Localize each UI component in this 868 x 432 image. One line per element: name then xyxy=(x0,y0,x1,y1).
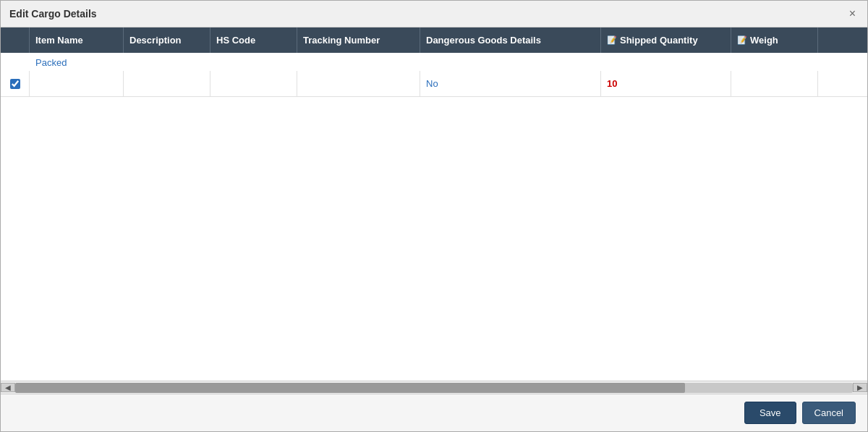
scroll-right-button[interactable]: ▶ xyxy=(853,383,867,392)
th-shipped-quantity: 📝 Shipped Quantity xyxy=(601,27,731,53)
td-description xyxy=(124,71,210,96)
checkbox-header-cell xyxy=(1,27,30,53)
td-dangerous-goods: No xyxy=(420,71,601,96)
edit-icon-weight: 📝 xyxy=(737,35,747,45)
horizontal-scrollbar[interactable]: ◀ ▶ xyxy=(1,381,867,394)
dialog-footer: Save Cancel xyxy=(1,394,867,431)
dialog-title: Edit Cargo Details xyxy=(9,8,97,20)
th-item-name: Item Name xyxy=(30,27,124,53)
td-item-name xyxy=(30,71,124,96)
table-header: Item Name Description HS Code Tracking N… xyxy=(1,27,867,53)
th-description: Description xyxy=(124,27,210,53)
th-tracking-number: Tracking Number xyxy=(297,27,420,53)
dialog-titlebar: Edit Cargo Details × xyxy=(1,1,867,27)
th-weight: 📝 Weigh xyxy=(731,27,818,53)
row-checkbox-cell[interactable] xyxy=(1,71,30,96)
cancel-button[interactable]: Cancel xyxy=(802,402,856,424)
close-button[interactable]: × xyxy=(846,7,859,21)
scroll-track[interactable] xyxy=(15,383,853,393)
dialog-body: Item Name Description HS Code Tracking N… xyxy=(1,27,867,394)
section-label-packed: Packed xyxy=(1,53,867,71)
td-weight xyxy=(731,71,818,96)
row-checkbox[interactable] xyxy=(10,79,20,89)
table-container: Item Name Description HS Code Tracking N… xyxy=(1,27,867,394)
td-shipped-quantity: 10 xyxy=(601,71,731,96)
scroll-thumb[interactable] xyxy=(15,383,685,393)
th-hs-code: HS Code xyxy=(210,27,297,53)
td-hs-code xyxy=(210,71,297,96)
edit-cargo-dialog: Edit Cargo Details × Item Name Descripti… xyxy=(0,0,868,432)
td-tracking-number xyxy=(297,71,420,96)
th-dangerous-goods: Dangerous Goods Details xyxy=(420,27,601,53)
edit-icon-shipped: 📝 xyxy=(607,35,617,45)
table-row: No 10 xyxy=(1,71,867,97)
scroll-left-button[interactable]: ◀ xyxy=(1,383,15,392)
table-scroll-area: Packed xyxy=(1,53,867,381)
save-button[interactable]: Save xyxy=(744,402,796,424)
